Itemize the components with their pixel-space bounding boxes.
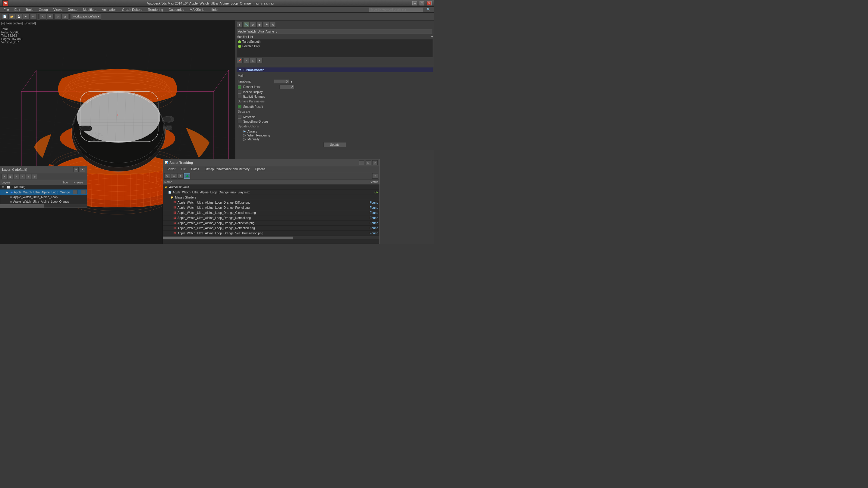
rotate-btn[interactable]: ↻ bbox=[54, 13, 61, 20]
menu-file[interactable]: File bbox=[1, 7, 11, 12]
render-iters-checkbox[interactable]: ✓ bbox=[238, 85, 241, 89]
asset-row-normal[interactable]: 🖼 Apple_Watch_Ultra_Alpine_Loop_Orange_N… bbox=[163, 216, 379, 221]
radio-always[interactable]: Always bbox=[243, 130, 433, 133]
radio-manually[interactable]: Manually bbox=[243, 138, 433, 141]
layer-move-btn[interactable]: ↕ bbox=[26, 174, 31, 179]
asset-row-maps[interactable]: 📁 Maps / Shaders bbox=[163, 195, 379, 200]
layer-scroll-thumb[interactable] bbox=[0, 204, 44, 207]
asset-h-scrollbar[interactable] bbox=[163, 236, 379, 239]
materials-checkbox[interactable] bbox=[238, 115, 241, 119]
modify-icon[interactable]: 🔧 bbox=[243, 22, 249, 28]
turbosmooth-props: ▼ TurboSmooth Main Iterations: 0 ▲ ✓ Ren… bbox=[236, 66, 434, 150]
layer-row-loop-orange[interactable]: ◉ Apple_Watch_Ultra_Alpine_Loop_Orange bbox=[0, 199, 87, 204]
isoline-checkbox[interactable] bbox=[238, 90, 241, 94]
menu-modifiers[interactable]: Modifiers bbox=[81, 7, 99, 12]
iterations-value[interactable]: 0 bbox=[274, 79, 289, 84]
layer-add-btn[interactable]: ✕ bbox=[1, 174, 7, 179]
asset-menu-server[interactable]: Server bbox=[164, 167, 178, 171]
new-btn[interactable]: 📄 bbox=[1, 13, 8, 20]
menu-rendering[interactable]: Rendering bbox=[146, 7, 166, 12]
workspace-selector[interactable]: Workspace: Default ▾ bbox=[71, 13, 101, 20]
asset-row-refraction[interactable]: 🖼 Apple_Watch_Ultra_Alpine_Loop_Orange_R… bbox=[163, 226, 379, 231]
asset-scrollbar-thumb[interactable] bbox=[163, 236, 293, 239]
menu-customize[interactable]: Customize bbox=[166, 7, 187, 12]
asset-panel-menu: Server File Paths Bitmap Performance and… bbox=[163, 166, 379, 172]
layer-row-default[interactable]: ▼ ⬜ 0 (default) bbox=[0, 185, 87, 190]
asset-menu-file[interactable]: File bbox=[179, 167, 188, 171]
asset-row-maxfile[interactable]: 📄 Apple_Watch_Ultra_Alpine_Loop_Orange_m… bbox=[163, 190, 379, 195]
asset-refresh-btn[interactable]: ↻ bbox=[164, 173, 170, 178]
layer-help-btn[interactable]: ? bbox=[73, 167, 79, 172]
asset-row-frenel[interactable]: 🖼 Apple_Watch_Ultra_Alpine_Loop_Orange_F… bbox=[163, 205, 379, 210]
menu-maxscript[interactable]: MAXScript bbox=[187, 7, 208, 12]
asset-refraction-icon: 🖼 bbox=[173, 226, 176, 230]
asset-menu-paths[interactable]: Paths bbox=[189, 167, 202, 171]
scale-btn[interactable]: ⊡ bbox=[61, 13, 68, 20]
search-input[interactable] bbox=[369, 7, 423, 12]
menu-create[interactable]: Create bbox=[65, 7, 80, 12]
display-icon[interactable]: 👁 bbox=[263, 22, 269, 28]
open-btn[interactable]: 📂 bbox=[8, 13, 15, 20]
layer-name: 0 (default) bbox=[12, 186, 25, 189]
menu-tools[interactable]: Tools bbox=[23, 7, 36, 12]
render-iters-value[interactable]: 2 bbox=[279, 85, 294, 89]
asset-minimize-btn[interactable]: ─ bbox=[359, 160, 364, 165]
pin-btn[interactable]: 📌 bbox=[237, 58, 243, 63]
asset-maximize-btn[interactable]: □ bbox=[366, 160, 371, 165]
asset-row-diffuse[interactable]: 🖼 Apple_Watch_Ultra_Alpine_Loop_Orange_D… bbox=[163, 200, 379, 205]
smooth-result-checkbox[interactable]: ✓ bbox=[238, 105, 241, 108]
asset-row-glossiness[interactable]: 🖼 Apple_Watch_Ultra_Alpine_Loop_Orange_G… bbox=[163, 210, 379, 216]
layer-hide-toggle[interactable] bbox=[73, 190, 78, 194]
search-btn[interactable]: 🔍 bbox=[424, 7, 433, 12]
layer-close-btn[interactable]: ✕ bbox=[80, 167, 85, 172]
asset-detail-view-btn[interactable]: ≡ bbox=[178, 173, 184, 178]
layer-scroll[interactable] bbox=[0, 204, 87, 207]
close-button[interactable]: ✕ bbox=[427, 1, 432, 5]
menu-views[interactable]: Views bbox=[51, 7, 64, 12]
asset-tree-view-btn[interactable]: 🌲 bbox=[184, 173, 190, 178]
radio-when-rendering[interactable]: When Rendering bbox=[243, 134, 433, 137]
modifier-dropdown[interactable]: ▾ bbox=[431, 35, 433, 38]
layer-props-btn[interactable]: ⚙ bbox=[32, 174, 37, 179]
asset-help-btn[interactable]: ? bbox=[372, 173, 378, 178]
layer-select-btn[interactable]: ↗ bbox=[20, 174, 25, 179]
asset-list-view-btn[interactable]: ☰ bbox=[171, 173, 177, 178]
asset-menu-options[interactable]: Options bbox=[253, 167, 268, 171]
utility-icon[interactable]: ⚒ bbox=[270, 22, 276, 28]
iterations-spinner-up[interactable]: ▲ bbox=[290, 80, 293, 83]
menu-group[interactable]: Group bbox=[36, 7, 50, 12]
modifier-turbosmooth[interactable]: TurboSmooth bbox=[237, 39, 433, 44]
asset-row-reflection[interactable]: 🖼 Apple_Watch_Ultra_Alpine_Loop_Orange_R… bbox=[163, 221, 379, 226]
hierarchy-icon[interactable]: ⊕ bbox=[250, 22, 256, 28]
layer-add-obj-btn[interactable]: + bbox=[13, 174, 19, 179]
menu-graph-editors[interactable]: Graph Editors bbox=[120, 7, 145, 12]
asset-toolbar-left: ↻ ☰ ≡ 🌲 bbox=[164, 173, 190, 178]
layer-row-loop[interactable]: ◉ Apple_Watch_Ultra_Alpine_Loop bbox=[0, 195, 87, 199]
update-button[interactable]: Update bbox=[323, 142, 346, 147]
asset-menu-bitmap[interactable]: Bitmap Performance and Memory bbox=[202, 167, 252, 171]
undo-btn[interactable]: ↩ bbox=[23, 13, 30, 20]
motion-icon[interactable]: ◉ bbox=[256, 22, 262, 28]
save-btn[interactable]: 💾 bbox=[16, 13, 22, 20]
layer-freeze-toggle[interactable] bbox=[81, 190, 86, 194]
explicit-normals-checkbox[interactable] bbox=[238, 95, 241, 98]
delete-mod-btn[interactable]: ✕ bbox=[243, 58, 249, 63]
redo-btn[interactable]: ↪ bbox=[30, 13, 37, 20]
asset-close-btn[interactable]: ✕ bbox=[372, 160, 378, 165]
move-down-btn[interactable]: ▼ bbox=[256, 58, 262, 63]
create-icon[interactable]: ▶ bbox=[237, 22, 243, 28]
layer-row-orange[interactable]: ▶ ◉ Apple_Watch_Ultra_Alpine_Loop_Orange bbox=[0, 190, 87, 195]
move-btn[interactable]: ✛ bbox=[47, 13, 54, 20]
maximize-button[interactable]: □ bbox=[420, 1, 424, 5]
menu-help[interactable]: Help bbox=[208, 7, 220, 12]
select-btn[interactable]: ↖ bbox=[40, 13, 46, 20]
smoothing-groups-checkbox[interactable] bbox=[238, 120, 241, 123]
asset-row-vault[interactable]: 🔑 Autodesk Vault bbox=[163, 185, 379, 190]
layer-delete-btn[interactable]: 🗑 bbox=[7, 174, 13, 179]
menu-edit[interactable]: Edit bbox=[12, 7, 23, 12]
modifier-editable-poly[interactable]: Editable Poly bbox=[237, 44, 433, 48]
asset-row-self-illumination[interactable]: 🖼 Apple_Watch_Ultra_Alpine_Loop_Orange_S… bbox=[163, 231, 379, 236]
menu-animation[interactable]: Animation bbox=[99, 7, 119, 12]
minimize-button[interactable]: ─ bbox=[412, 1, 417, 5]
move-up-btn[interactable]: ▲ bbox=[250, 58, 256, 63]
